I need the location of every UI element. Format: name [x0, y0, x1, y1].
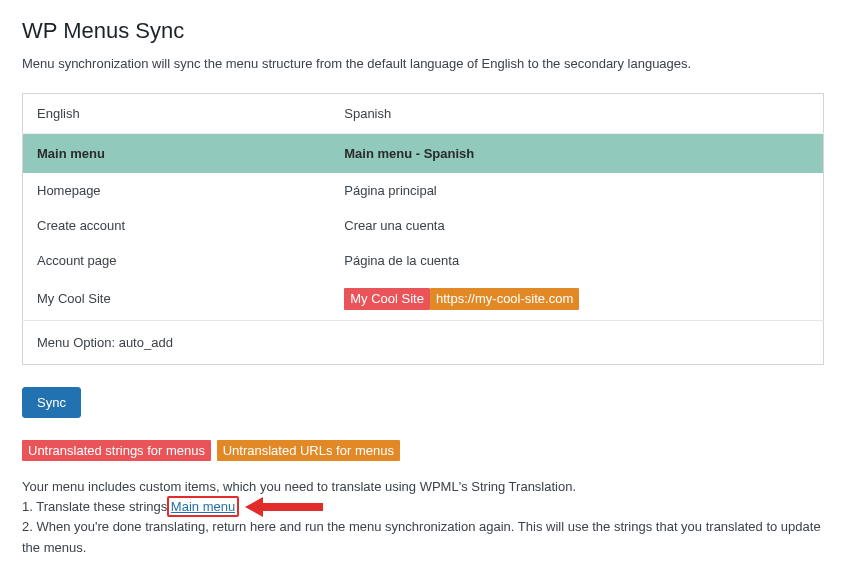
- item-source: Create account: [23, 208, 331, 243]
- translate-strings-link[interactable]: Main menu: [171, 499, 235, 514]
- item-target: Página de la cuenta: [330, 243, 823, 278]
- pill-untranslated-string: My Cool Site: [344, 288, 430, 310]
- table-row: Homepage Página principal: [23, 173, 824, 208]
- menu-name-row: Main menu Main menu - Spanish: [23, 134, 824, 174]
- instructions-step1-prefix: 1. Translate these strings: [22, 499, 171, 514]
- item-target: Crear una cuenta: [330, 208, 823, 243]
- item-source: Account page: [23, 243, 331, 278]
- item-source: My Cool Site: [23, 278, 331, 320]
- col-header-source: English: [23, 94, 331, 134]
- menu-sync-table: English Spanish Main menu Main menu - Sp…: [22, 93, 824, 365]
- table-row: My Cool Site My Cool Sitehttps://my-cool…: [23, 278, 824, 320]
- menu-name-target: Main menu - Spanish: [330, 134, 823, 174]
- menu-option-row: Menu Option: auto_add: [23, 320, 824, 364]
- legend-untranslated-strings: Untranslated strings for menus: [22, 440, 211, 462]
- menu-name-source: Main menu: [23, 134, 331, 174]
- page-title: WP Menus Sync: [22, 18, 824, 44]
- table-row: Account page Página de la cuenta: [23, 243, 824, 278]
- legend: Untranslated strings for menus Untransla…: [22, 440, 824, 462]
- instructions-step2: 2. When you're done translating, return …: [22, 517, 824, 557]
- legend-untranslated-urls: Untranslated URLs for menus: [217, 440, 400, 462]
- table-row: Create account Crear una cuenta: [23, 208, 824, 243]
- sync-button[interactable]: Sync: [22, 387, 81, 418]
- item-target: My Cool Sitehttps://my-cool-site.com: [330, 278, 823, 320]
- item-source: Homepage: [23, 173, 331, 208]
- item-target: Página principal: [330, 173, 823, 208]
- instructions: Your menu includes custom items, which y…: [22, 477, 824, 558]
- menu-option-text: Menu Option: auto_add: [23, 320, 331, 364]
- instructions-intro: Your menu includes custom items, which y…: [22, 477, 824, 497]
- intro-text: Menu synchronization will sync the menu …: [22, 56, 824, 71]
- col-header-target: Spanish: [330, 94, 823, 134]
- pill-untranslated-url: https://my-cool-site.com: [430, 288, 579, 310]
